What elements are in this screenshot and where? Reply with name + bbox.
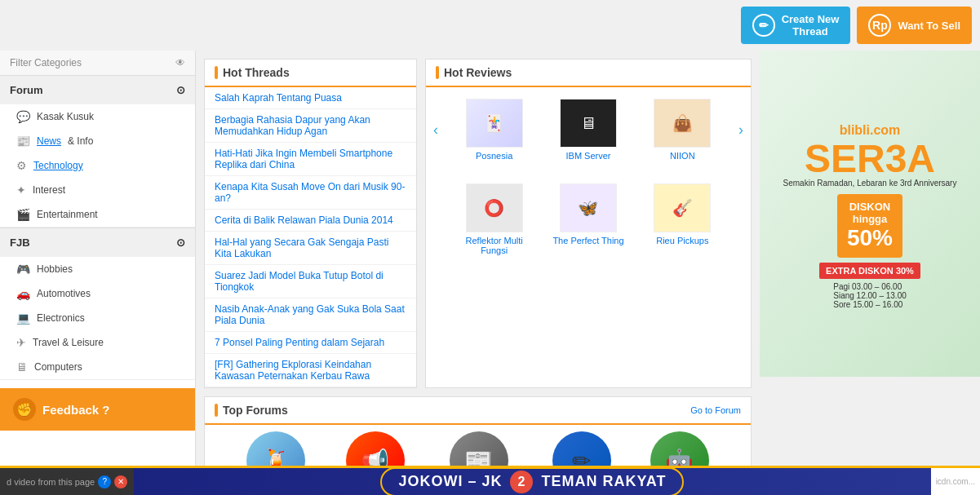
- banner-main[interactable]: JOKOWI – JK 2 TEMAN RAKYAT: [134, 468, 930, 495]
- sidebar-item-entertainment[interactable]: 🎬 Entertainment: [0, 202, 195, 227]
- go-to-forum-link[interactable]: Go to Forum: [690, 405, 741, 415]
- thread-link[interactable]: Salah Kaprah Tentang Puasa: [215, 92, 342, 104]
- item-label: Electronics: [37, 312, 85, 324]
- item-label: Hobbies: [37, 263, 73, 275]
- review-reflektor[interactable]: ⭕ Reflektor Multi Fungsi: [449, 179, 539, 260]
- close-banner-button[interactable]: ✕: [114, 475, 127, 488]
- sidebar-item-kasak-kusuk[interactable]: 💬 Kasak Kusuk: [0, 104, 195, 129]
- thread-link[interactable]: 7 Ponsel Paling Penting dalam Sejarah: [215, 337, 384, 348]
- time-1: Pagi 03.00 – 06.00: [833, 282, 907, 291]
- time-3: Sore 15.00 – 16.00: [833, 300, 907, 309]
- item-label: Automotives: [37, 288, 91, 299]
- sidebar-item-automotives[interactable]: 🚗 Automotives: [0, 281, 195, 306]
- thread-link[interactable]: [FR] Gathering Ekplorasi Keindahan Kawas…: [215, 359, 371, 382]
- extra-diskon: EXTRA DISKON 30%: [819, 263, 920, 279]
- ibm-image: 🖥: [560, 99, 617, 148]
- tech-icon: ⚙: [16, 159, 27, 172]
- create-thread-button[interactable]: ✏ Create New Thread: [741, 7, 851, 44]
- thread-link[interactable]: Berbagia Rahasia Dapur yang Akan Memudah…: [215, 114, 370, 137]
- rieu-name: Rieu Pickups: [656, 236, 708, 245]
- posnesia-image: 🃏: [466, 99, 523, 148]
- reviews-items-row1: 🃏 Posnesia 🖥 IBM Server 👜 NIION: [446, 87, 731, 172]
- review-rieu[interactable]: 🎸 Rieu Pickups: [637, 179, 728, 260]
- hot-threads-box: Hot Threads Salah Kaprah Tentang Puasa B…: [204, 59, 417, 388]
- top-bar: ✏ Create New Thread Rp Want To Sell: [0, 0, 980, 51]
- teman-text: TEMAN RAKYAT: [541, 473, 666, 490]
- reviews-next-button[interactable]: ›: [731, 122, 751, 139]
- bottom-banner: d video from this page ? ✕ JOKOWI – JK 2…: [0, 466, 980, 495]
- diskon-label: DISKONhingga: [847, 201, 893, 225]
- extra-value: 30%: [896, 266, 914, 276]
- jokowi-text: JOKOWI – JK: [398, 473, 502, 490]
- sidebar-item-travel[interactable]: ✈ Travel & Leisure: [0, 330, 195, 355]
- reflektor-image: ⭕: [466, 183, 523, 232]
- hot-reviews-box: Hot Reviews ‹ 🃏 Posnesia 🖥 IBM Serv: [425, 59, 752, 388]
- item-label: Entertainment: [37, 209, 98, 220]
- thread-link[interactable]: Hal-Hal yang Secara Gak Sengaja Pasti Ki…: [215, 236, 388, 259]
- news-icon: 📰: [16, 135, 30, 148]
- thread-link[interactable]: Hati-Hati Jika Ingin Membeli Smartphone …: [215, 148, 392, 170]
- reviews-grid: ‹ 🃏 Posnesia 🖥 IBM Server 👜: [426, 87, 751, 267]
- want-to-sell-button[interactable]: Rp Want To Sell: [857, 7, 972, 44]
- thread-link[interactable]: Suarez Jadi Model Buka Tutup Botol di Ti…: [215, 270, 384, 293]
- reviews-items-row2: ⭕ Reflektor Multi Fungsi 🦋 The Perfect T…: [446, 172, 731, 267]
- rieu-image: 🎸: [654, 183, 711, 232]
- create-icon: ✏: [752, 14, 775, 37]
- thread-item: 7 Ponsel Paling Penting dalam Sejarah: [205, 332, 416, 354]
- feedback-button[interactable]: ✊ Feedback ?: [0, 388, 195, 431]
- feedback-label: Feedback ?: [42, 403, 110, 417]
- chat-icon: 💬: [16, 110, 30, 123]
- sidebar-item-hobbies[interactable]: 🎮 Hobbies: [0, 257, 195, 281]
- thread-list: Salah Kaprah Tentang Puasa Berbagia Raha…: [205, 87, 416, 387]
- review-ibm[interactable]: 🖥 IBM Server: [543, 94, 633, 166]
- reviews-prev-button[interactable]: ‹: [426, 122, 446, 139]
- fjb-title: FJB: [10, 236, 30, 249]
- review-posnesia[interactable]: 🃏 Posnesia: [449, 94, 539, 166]
- sidebar-item-electronics[interactable]: 💻 Electronics: [0, 306, 195, 330]
- thread-item: Hal-Hal yang Secara Gak Sengaja Pasti Ki…: [205, 232, 416, 265]
- forums-title-text: Top Forums: [223, 404, 288, 417]
- content-area: Hot Threads Salah Kaprah Tentang Puasa B…: [196, 51, 760, 495]
- reviews-row-1: ‹ 🃏 Posnesia 🖥 IBM Server 👜: [426, 87, 751, 172]
- sidebar-item-technology[interactable]: ⚙ Technology: [0, 153, 195, 178]
- ibm-name: IBM Server: [565, 151, 610, 161]
- banner-url: icdn.com...: [931, 477, 980, 486]
- thread-link[interactable]: Nasib Anak-Anak yang Gak Suka Bola Saat …: [215, 303, 405, 326]
- technology-link[interactable]: Technology: [33, 160, 83, 171]
- thread-item: [FR] Gathering Ekplorasi Keindahan Kawas…: [205, 354, 416, 387]
- fjb-section: FJB ⊙ 🎮 Hobbies 🚗 Automotives 💻 Electron…: [0, 228, 195, 380]
- time-2: Siang 12.00 – 13.00: [833, 291, 907, 300]
- feedback-icon: ✊: [13, 398, 36, 421]
- ser3a-text: SER3A: [805, 139, 935, 179]
- hobbies-icon: 🎮: [16, 263, 30, 276]
- reviews-row-2: ‹ ⭕ Reflektor Multi Fungsi 🦋 The Perfect…: [426, 172, 751, 267]
- eye-icon: 👁: [175, 57, 185, 69]
- help-icon[interactable]: ?: [98, 475, 111, 488]
- perfect-name: The Perfect Thing: [552, 236, 623, 245]
- posnesia-name: Posnesia: [476, 151, 512, 161]
- create-label: Create New Thread: [782, 13, 840, 38]
- thread-item: Hati-Hati Jika Ingin Membeli Smartphone …: [205, 143, 416, 176]
- thread-link[interactable]: Kenapa Kita Susah Move On dari Musik 90-…: [215, 181, 405, 204]
- niion-image: 👜: [654, 99, 711, 148]
- news-link[interactable]: News: [37, 135, 61, 147]
- banner-left: d video from this page ? ✕: [0, 468, 134, 495]
- sidebar-item-news[interactable]: 📰 News & Info: [0, 129, 195, 153]
- blibli-sub: Semakin Ramadan, Lebaran ke 3rd Annivers…: [783, 179, 957, 188]
- forums-title: Top Forums: [215, 404, 288, 417]
- chevron-icon: ⊙: [176, 236, 185, 249]
- review-niion[interactable]: 👜 NIION: [637, 94, 728, 166]
- forum-section-header[interactable]: Forum ⊙: [0, 76, 195, 104]
- filter-categories[interactable]: Filter Categories 👁: [0, 51, 195, 76]
- right-column: blibli.com SER3A Semakin Ramadan, Lebara…: [760, 51, 980, 495]
- fjb-section-header[interactable]: FJB ⊙: [0, 228, 195, 257]
- sidebar-item-computers[interactable]: 🖥 Computers: [0, 355, 195, 379]
- ad-box[interactable]: blibli.com SER3A Semakin Ramadan, Lebara…: [760, 51, 980, 377]
- sidebar-item-interest[interactable]: ✦ Interest: [0, 178, 195, 202]
- thread-link[interactable]: Cerita di Balik Relawan Piala Dunia 2014: [215, 214, 393, 226]
- blibli-ad: blibli.com SER3A Semakin Ramadan, Lebara…: [760, 51, 980, 377]
- item-label: Interest: [33, 184, 65, 196]
- jokowi-banner: JOKOWI – JK 2 TEMAN RAKYAT: [380, 467, 684, 496]
- hot-reviews-title: Hot Reviews: [444, 66, 512, 79]
- review-perfect[interactable]: 🦋 The Perfect Thing: [543, 179, 633, 260]
